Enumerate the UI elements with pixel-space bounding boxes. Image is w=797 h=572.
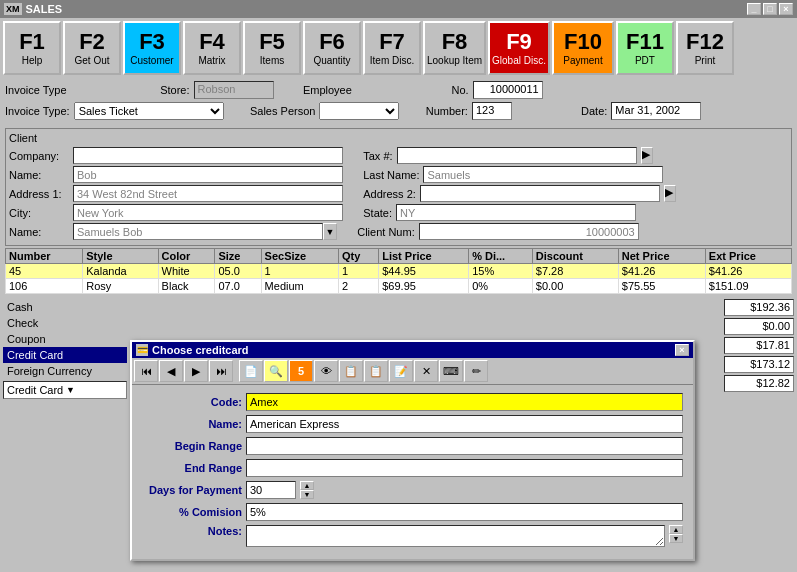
scroll-right[interactable]: ▶ (641, 147, 653, 164)
dialog-comision-input[interactable] (246, 503, 683, 521)
number-value: 123 (472, 102, 512, 120)
col-color: Color (158, 249, 215, 264)
dialog-close-button[interactable]: × (675, 344, 689, 356)
company-input[interactable] (73, 147, 343, 164)
dialog-beginrange-label: Begin Range (142, 440, 242, 452)
table-row[interactable]: 45KalandaWhite05.011$44.9515%$7.28$41.26… (6, 264, 792, 279)
address2-input[interactable] (420, 185, 660, 202)
fkey-f1[interactable]: F1 Help (3, 21, 61, 75)
days-spin-down[interactable]: ▼ (300, 490, 314, 499)
payment-type-value: Credit Card (5, 384, 64, 396)
notes-spinner[interactable]: ▲ ▼ (669, 525, 683, 543)
minimize-button[interactable]: _ (747, 3, 761, 15)
dialog-endrange-label: End Range (142, 462, 242, 474)
amount-value-1: $192.36 (724, 299, 794, 316)
fkey-f11[interactable]: F11 PDT (616, 21, 674, 75)
dialog-code-input[interactable] (246, 393, 683, 411)
fkey-f4[interactable]: F4 Matrix (183, 21, 241, 75)
dialog-comision-label: % Comision (142, 506, 242, 518)
toolbar-view[interactable]: 👁 (314, 360, 338, 382)
fkey-f10[interactable]: F10 Payment (552, 21, 614, 75)
dialog-name-input[interactable] (246, 415, 683, 433)
fkey-f5[interactable]: F5 Items (243, 21, 301, 75)
state-input[interactable] (396, 204, 636, 221)
dropdown-arrow[interactable]: ▼ (323, 223, 337, 240)
sidebar-check[interactable]: Check (3, 315, 127, 331)
dialog-beginrange-input[interactable] (246, 437, 683, 455)
table-row[interactable]: 106RosyBlack07.0Medium2$69.950%$0.00$75.… (6, 279, 792, 294)
toolbar-print[interactable]: ✏ (464, 360, 488, 382)
sidebar-credit-card[interactable]: Credit Card (3, 347, 127, 363)
table-cell: 45 (6, 264, 83, 279)
tax-input[interactable] (397, 147, 637, 164)
sidebar-coupon[interactable]: Coupon (3, 331, 127, 347)
toolbar-keyboard[interactable]: ⌨ (439, 360, 463, 382)
notes-spin-down[interactable]: ▼ (669, 534, 683, 543)
address2-label: Address 2: (363, 188, 416, 200)
dialog-days-input[interactable] (246, 481, 296, 499)
city-input[interactable] (73, 204, 343, 221)
toolbar-search[interactable]: 🔍 (264, 360, 288, 382)
col-pctdisc: % Di... (469, 249, 533, 264)
toolbar-5[interactable]: 5 (289, 360, 313, 382)
fkey-f7[interactable]: F7 Item Disc. (363, 21, 421, 75)
table-cell: Rosy (83, 279, 158, 294)
sales-person-label: Sales Person (250, 105, 315, 117)
address1-input[interactable] (73, 185, 343, 202)
amount-value-4: $173.12 (724, 356, 794, 373)
dialog-notes-input[interactable] (246, 525, 665, 547)
name2-input[interactable] (73, 223, 323, 240)
toolbar-edit[interactable]: 📝 (389, 360, 413, 382)
fkey-f3[interactable]: F3 Customer (123, 21, 181, 75)
invoice-type-group-label: Invoice Type (5, 84, 67, 96)
fkey-f8[interactable]: F8 Lookup Item (423, 21, 486, 75)
toolbar-delete[interactable]: ✕ (414, 360, 438, 382)
toolbar-prev[interactable]: ◀ (159, 360, 183, 382)
scroll-right2[interactable]: ▶ (664, 185, 676, 202)
sidebar-foreign-currency[interactable]: Foreign Currency (3, 363, 127, 379)
window-controls: _ □ × (747, 3, 793, 15)
table-cell: $151.09 (705, 279, 791, 294)
amount-value-2: $0.00 (724, 318, 794, 335)
toolbar-last[interactable]: ⏭ (209, 360, 233, 382)
toolbar-new[interactable]: 📄 (239, 360, 263, 382)
no-label: No. (452, 84, 469, 96)
fkey-f9[interactable]: F9 Global Disc. (488, 21, 550, 75)
notes-spin-up[interactable]: ▲ (669, 525, 683, 534)
dropdown-arrow-icon: ▼ (64, 385, 125, 395)
address1-label: Address 1: (9, 188, 69, 200)
data-table-container: Number Style Color Size SecSize Qty List… (5, 248, 792, 294)
toolbar-first[interactable]: ⏮ (134, 360, 158, 382)
toolbar-paste[interactable]: 📋 (364, 360, 388, 382)
client-num-input[interactable] (419, 223, 639, 240)
table-cell: 15% (469, 264, 533, 279)
table-cell: 05.0 (215, 264, 261, 279)
name-input[interactable] (73, 166, 343, 183)
toolbar-copy[interactable]: 📋 (339, 360, 363, 382)
table-cell: $7.28 (532, 264, 618, 279)
col-extprice: Ext Price (705, 249, 791, 264)
fkey-f12[interactable]: F12 Print (676, 21, 734, 75)
days-spin-up[interactable]: ▲ (300, 481, 314, 490)
payment-type-dropdown[interactable]: Credit Card ▼ (3, 381, 127, 399)
fkey-f2[interactable]: F2 Get Out (63, 21, 121, 75)
dialog-days-label: Days for Payment (142, 484, 242, 496)
days-spinner[interactable]: ▲ ▼ (300, 481, 314, 499)
date-value: Mar 31, 2002 (611, 102, 701, 120)
lastname-input[interactable] (423, 166, 663, 183)
dialog-code-row: Code: (142, 393, 683, 411)
sidebar-cash[interactable]: Cash (3, 299, 127, 315)
table-cell: White (158, 264, 215, 279)
invoice-type-dropdown[interactable]: Sales Ticket (74, 102, 224, 120)
dialog-title-text: Choose creditcard (152, 344, 249, 356)
col-secsize: SecSize (261, 249, 338, 264)
dialog-toolbar: ⏮ ◀ ▶ ⏭ 📄 🔍 5 👁 📋 📋 📝 ✕ ⌨ ✏ (132, 358, 693, 385)
toolbar-next[interactable]: ▶ (184, 360, 208, 382)
table-cell: 2 (338, 279, 378, 294)
maximize-button[interactable]: □ (763, 3, 777, 15)
dialog-endrange-input[interactable] (246, 459, 683, 477)
fkey-f6[interactable]: F6 Quantity (303, 21, 361, 75)
sales-person-dropdown[interactable] (319, 102, 399, 120)
close-button[interactable]: × (779, 3, 793, 15)
col-style: Style (83, 249, 158, 264)
